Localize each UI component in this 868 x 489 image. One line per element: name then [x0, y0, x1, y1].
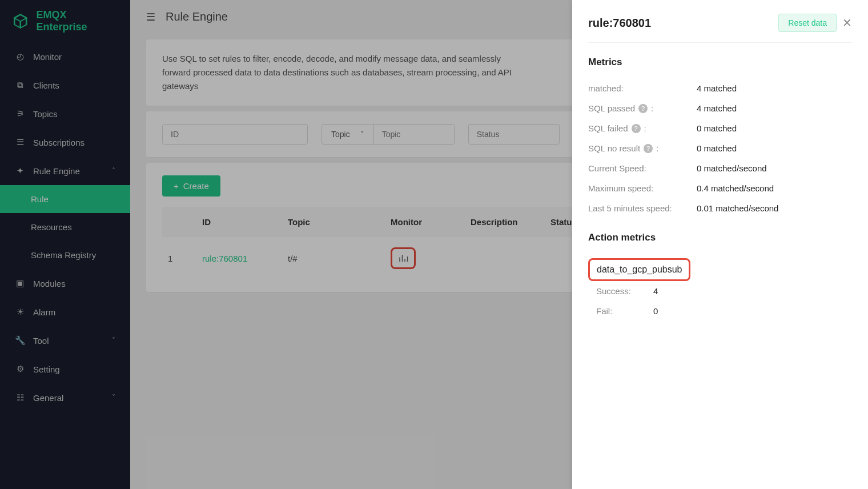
help-icon[interactable]: ? [638, 104, 648, 113]
metric-sql-failed: SQL failed ?:0 matched [588, 118, 852, 138]
metric-max-speed: Maximum speed:0.4 matched/second [588, 178, 852, 198]
action-name-box: data_to_gcp_pubsub [588, 258, 690, 281]
metric-sql-noresult: SQL no result ?:0 matched [588, 138, 852, 158]
drawer-title: rule:760801 [588, 17, 651, 30]
metrics-drawer: rule:760801 Reset data ✕ Metrics matched… [572, 0, 868, 489]
close-icon[interactable]: ✕ [842, 16, 852, 30]
reset-data-button[interactable]: Reset data [778, 14, 837, 32]
help-icon[interactable]: ? [644, 144, 653, 153]
action-fail: Fail:0 [588, 301, 852, 321]
metric-matched: matched:4 matched [588, 78, 852, 98]
help-icon[interactable]: ? [632, 124, 641, 133]
metric-last5-speed: Last 5 minutes speed:0.01 matched/second [588, 198, 852, 218]
action-success: Success:4 [588, 281, 852, 301]
metric-current-speed: Current Speed:0 matched/second [588, 158, 852, 178]
metrics-title: Metrics [588, 57, 852, 68]
drawer-header: rule:760801 Reset data ✕ [588, 14, 852, 43]
action-metrics-title: Action metrics [588, 232, 852, 243]
metric-sql-passed: SQL passed ? :4 matched [588, 98, 852, 118]
